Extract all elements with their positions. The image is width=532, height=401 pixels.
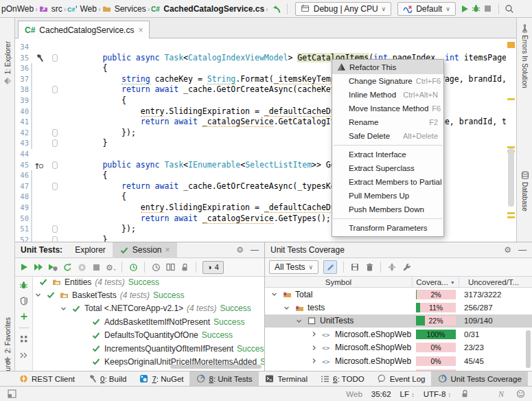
group-by-icon[interactable] [19, 334, 29, 344]
minimize-icon[interactable]: — [518, 245, 527, 255]
fold-handle[interactable] [52, 129, 58, 137]
horizontal-scrollbar[interactable] [170, 365, 262, 369]
expander-icon[interactable] [58, 303, 68, 313]
delete-icon[interactable] [365, 262, 374, 272]
tab-explorer[interactable]: Explorer [68, 242, 113, 258]
coverage-row[interactable]: Total2%3173/3222 [265, 288, 532, 301]
expander-icon[interactable] [309, 356, 319, 366]
menu-item-move-instance-method[interactable]: Move Instance MethodF6 [332, 102, 443, 115]
toolwindow-button----build[interactable]: 0: Build [81, 371, 132, 387]
fold-handle[interactable] [52, 86, 58, 93]
menu-item-pull-members-up[interactable]: Pull Members Up [332, 189, 443, 203]
more-chevrons-icon[interactable] [19, 350, 29, 360]
collapse-icon[interactable] [387, 262, 397, 272]
menu-item-rename[interactable]: RenameF2 [332, 115, 443, 129]
test-tree-row[interactable]: Total <.NETCoreApp-v2.1>(4 tests)Success [33, 302, 264, 315]
toolwindow-button----nuget[interactable]: 7: NuGet [132, 371, 189, 387]
test-tree-row[interactable]: BasketTests(4 tests)Success [33, 288, 264, 301]
gear-icon[interactable]: ⚙ [504, 245, 511, 255]
save-icon[interactable] [350, 262, 360, 272]
fold-handle[interactable] [52, 139, 58, 147]
warning-block-marker[interactable] [507, 42, 515, 48]
coverage-row[interactable]: <>Microsoft.eShopWeb.Ur0%23/23 [265, 341, 532, 354]
shield-icon[interactable] [19, 296, 29, 306]
runtime-clock-icon[interactable] [151, 262, 161, 272]
search-icon[interactable] [505, 4, 514, 14]
column-coverage[interactable]: Covera...▼ [413, 277, 459, 288]
toolwindow-button----unit-tests[interactable]: 8: Unit Tests [189, 371, 258, 387]
line-ending-selector[interactable]: LF ↕ [400, 390, 415, 398]
minimize-icon[interactable]: — [251, 245, 259, 255]
close-icon[interactable]: × [138, 25, 143, 35]
stripe-button----explorer[interactable]: 1: Explorer [0, 41, 15, 86]
test-tree-row[interactable]: DefaultsToQuantityOfOneSuccess [33, 329, 264, 342]
breadcrumb-item[interactable]: pOnWeb [1, 4, 34, 14]
breadcrumb-item[interactable]: Services [102, 4, 146, 14]
expander-icon[interactable] [309, 330, 319, 339]
fold-handle[interactable] [52, 236, 58, 242]
breadcrumb-item[interactable]: C#Web [67, 4, 96, 14]
stripe-button-database[interactable]: Database [517, 170, 532, 211]
add-icon[interactable] [19, 312, 29, 321]
test-tree-row[interactable]: Entities(4 tests)Success [33, 277, 264, 288]
close-icon[interactable]: × [165, 245, 170, 255]
warning-line-marker[interactable] [507, 212, 515, 214]
fold-handle[interactable] [52, 161, 58, 169]
lock-icon[interactable] [180, 262, 189, 272]
coverage-row[interactable]: <>Microsoft.eShopWeb.Ur0%45/45 [265, 354, 532, 367]
test-tree-row[interactable]: IncrementsQuantityOfItemIfPresentSuccess [33, 342, 264, 355]
tab-session[interactable]: Session× [113, 242, 177, 258]
fold-handle[interactable] [52, 54, 58, 62]
column-symbol[interactable]: Symbol [265, 277, 413, 288]
tab-cachedcatalogservice[interactable]: C# CachedCatalogService.cs × [18, 21, 150, 39]
menu-item-inline-method[interactable]: Inline MethodCtrl+Alt+N [332, 88, 443, 102]
run-icon[interactable] [460, 4, 470, 14]
run-all-icon[interactable] [34, 262, 43, 272]
circle-icon[interactable]: roke="#8a8a8a" stroke-width="1.3"/> [478, 389, 488, 399]
expander-icon[interactable] [281, 303, 291, 312]
rerun-icon[interactable] [62, 262, 72, 272]
debug-icon[interactable] [472, 4, 481, 14]
expander-icon[interactable] [33, 290, 43, 300]
toolwindow-button-terminal[interactable]: Terminal [259, 371, 314, 387]
run-icon[interactable] [19, 262, 29, 272]
toolwindow-button----todo[interactable]: 6: TODO [314, 371, 371, 387]
expander-icon[interactable] [309, 343, 319, 352]
editor-scrollbar-thumb[interactable] [508, 148, 514, 207]
menu-item-push-members-down[interactable]: Push Members Down [332, 203, 443, 216]
settings-gear-icon[interactable]: ⚙ [106, 262, 115, 272]
menu-item-change-signature[interactable]: Change SignatureCtrl+F6 [332, 74, 443, 88]
menu-item-safe-delete[interactable]: Safe DeleteAlt+Delete [332, 129, 443, 143]
gear-icon[interactable]: ⚙ [236, 245, 244, 255]
toolwindow-button-event-log[interactable]: Event Log [371, 371, 432, 387]
test-tree-row[interactable]: AddsBasketItemIfNotPresentSuccess [33, 315, 264, 328]
stop-icon[interactable] [91, 262, 101, 272]
all-tests-dropdown[interactable]: All Tests∨ [269, 260, 319, 274]
run-config-dropdown[interactable]: Debug | Any CPU ∨ [295, 2, 391, 16]
column-uncovered[interactable]: Uncovered/T... [459, 277, 528, 288]
breadcrumb-item[interactable]: C#CachedCatalogService.cs [151, 4, 264, 14]
error-stripe[interactable] [506, 38, 516, 242]
stop-icon[interactable] [483, 4, 493, 14]
highlight-coverage-icon[interactable] [323, 260, 337, 274]
hammer-icon[interactable] [34, 54, 44, 63]
stripe-button-errors-in-solution[interactable]: Errors In Solution [517, 23, 532, 88]
coverage-row[interactable]: tests11%256/287 [265, 301, 532, 314]
caret-position[interactable]: 35:62 [371, 390, 391, 398]
fold-handle[interactable] [52, 183, 58, 190]
back-arrow-icon[interactable] [272, 4, 281, 14]
menu-item-extract-superclass[interactable]: Extract Superclass [332, 161, 443, 175]
run-failed-icon[interactable] [77, 262, 86, 272]
menu-item-refactor-this[interactable]: Refactor This [332, 60, 443, 74]
lock-icon[interactable] [460, 389, 470, 399]
coverage-row[interactable]: UnitTests22%109/140 [265, 314, 532, 328]
debug-bug-icon[interactable] [19, 280, 29, 290]
continuous-testing-icon[interactable] [128, 262, 138, 272]
run-with-coverage-icon[interactable] [48, 262, 58, 272]
menu-item-extract-interface[interactable]: Extract Interface [332, 148, 443, 161]
breadcrumb-item[interactable]: src [39, 4, 62, 14]
expander-icon[interactable] [269, 290, 279, 299]
expander-icon[interactable] [294, 316, 303, 325]
vertical-scrollbar[interactable] [526, 330, 531, 368]
toolwindow-toggle-icon[interactable] [7, 389, 16, 399]
